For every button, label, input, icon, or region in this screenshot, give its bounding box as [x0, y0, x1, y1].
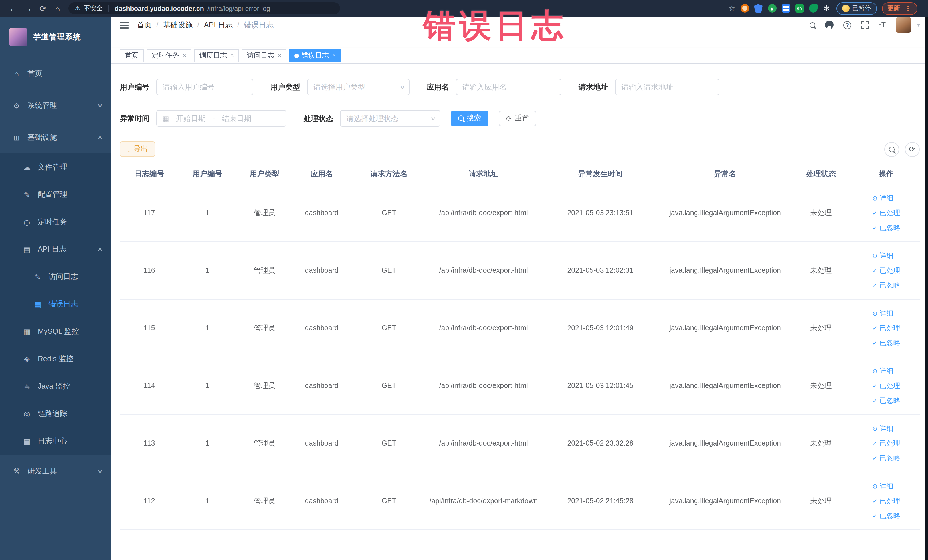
action-detail[interactable]: ⊙详细 [872, 306, 900, 320]
action-ignored[interactable]: ✓已忽略 [872, 336, 900, 350]
check-icon: ✓ [872, 336, 877, 350]
sidebar-item-home[interactable]: ⌂首页 [0, 58, 111, 90]
breadcrumb-item[interactable]: 首页 [137, 20, 152, 30]
cell-user_id: 1 [179, 299, 236, 357]
close-icon[interactable]: × [278, 52, 282, 59]
action-ignored[interactable]: ✓已忽略 [872, 220, 900, 235]
home-icon[interactable]: ⌂ [50, 4, 65, 13]
action-processed[interactable]: ✓已处理 [872, 263, 900, 278]
cell-url: /api/infra/db-doc/export-html [427, 184, 539, 242]
tab-schedule-log[interactable]: 调度日志× [194, 49, 239, 62]
font-size-icon[interactable]: тT [879, 21, 886, 29]
user-id-input[interactable] [156, 79, 253, 95]
export-button[interactable]: ↓ 导出 [120, 142, 155, 157]
kebab-menu-icon[interactable]: ⋮ [905, 4, 911, 12]
action-detail[interactable]: ⊙详细 [872, 421, 900, 436]
toggle-search-button[interactable] [884, 142, 899, 157]
end-date-placeholder: 结束日期 [222, 113, 251, 124]
sidebar-item-config-manage[interactable]: ✎配置管理 [0, 181, 111, 208]
action-ignored[interactable]: ✓已忽略 [872, 451, 900, 465]
exception-time-range-picker[interactable]: ▦ 开始日期 - 结束日期 [156, 110, 286, 127]
chevron-up-icon: ∧ [97, 135, 103, 140]
sidebar-item-java-monitor[interactable]: ☕Java 监控 [0, 372, 111, 400]
action-detail[interactable]: ⊙详细 [872, 363, 900, 378]
cell-user_type: 管理员 [236, 472, 293, 530]
action-processed[interactable]: ✓已处理 [872, 436, 900, 451]
cell-exception: java.lang.IllegalArgumentException [661, 184, 789, 242]
action-processed[interactable]: ✓已处理 [872, 205, 900, 220]
cell-exception: java.lang.IllegalArgumentException [661, 357, 789, 415]
sidebar-item-label: API 日志 [38, 244, 66, 255]
action-ignored[interactable]: ✓已忽略 [872, 393, 900, 408]
refresh-icon[interactable]: ⟳ [35, 4, 50, 13]
action-ignored[interactable]: ✓已忽略 [872, 278, 900, 293]
hamburger-icon[interactable] [120, 20, 129, 30]
search-icon[interactable] [810, 22, 815, 27]
back-icon[interactable]: ← [6, 4, 21, 13]
search-button[interactable]: 搜索 [451, 111, 488, 126]
update-badge[interactable]: 更新 ⋮ [882, 2, 917, 15]
help-icon[interactable]: ? [843, 21, 851, 29]
breadcrumb-item[interactable]: API 日志 [204, 20, 233, 30]
action-label: 已处理 [880, 205, 901, 220]
action-processed[interactable]: ✓已处理 [872, 493, 900, 508]
app-frame: 芋道管理系统 ⌂首页⚙系统管理∨⊞基础设施∧☁文件管理✎配置管理◷定时任务▤AP… [0, 17, 928, 560]
extension-icon-5[interactable]: on [795, 4, 804, 12]
action-detail[interactable]: ⊙详细 [872, 191, 900, 205]
close-icon[interactable]: × [332, 52, 336, 59]
request-url-input[interactable] [615, 79, 719, 95]
forward-icon[interactable]: → [21, 4, 35, 13]
sidebar-item-access-log[interactable]: ✎访问日志 [0, 263, 111, 290]
tab-scheduled-task[interactable]: 定时任务× [147, 49, 191, 62]
extension-icon-7[interactable]: ✻ [823, 4, 831, 12]
cell-method: GET [350, 472, 427, 530]
action-processed[interactable]: ✓已处理 [872, 320, 900, 336]
chevron-down-icon: ∨ [97, 103, 103, 108]
avatar[interactable] [896, 17, 911, 32]
sidebar-item-mysql-monitor[interactable]: ▦MySQL 监控 [0, 318, 111, 345]
user-type-select[interactable]: 请选择用户类型 ∨ [307, 79, 410, 95]
bookmark-star-icon[interactable]: ☆ [729, 4, 735, 12]
tab-home[interactable]: 首页 [120, 49, 144, 62]
sidebar-item-infrastructure[interactable]: ⊞基础设施∧ [0, 122, 111, 154]
sidebar-logo-row[interactable]: 芋道管理系统 [0, 17, 111, 58]
refresh-icon: ⟳ [506, 115, 512, 122]
paused-badge[interactable]: 已暂停 [836, 2, 877, 15]
action-ignored[interactable]: ✓已忽略 [872, 508, 900, 523]
sidebar-item-scheduled-task[interactable]: ◷定时任务 [0, 208, 111, 236]
extension-icon-4[interactable] [781, 4, 790, 12]
sidebar-item-dev-tools[interactable]: ⚒研发工具∨ [0, 455, 111, 487]
github-icon[interactable] [825, 21, 833, 29]
process-status-select[interactable]: 请选择处理状态 ∨ [340, 110, 441, 127]
sidebar-item-log-center[interactable]: ▤日志中心 [0, 427, 111, 455]
tab-error-log[interactable]: 错误日志× [290, 49, 341, 62]
address-bar[interactable]: ⚠ 不安全 dashboard.yudao.iocoder.cn/infra/l… [69, 2, 340, 14]
fullscreen-icon[interactable] [861, 21, 869, 29]
extension-icon-6[interactable] [809, 4, 817, 12]
url-domain: dashboard.yudao.iocoder.cn [114, 5, 204, 12]
action-detail[interactable]: ⊙详细 [872, 248, 900, 263]
sidebar-item-redis-monitor[interactable]: ◈Redis 监控 [0, 345, 111, 372]
extension-icon-1[interactable] [740, 4, 749, 12]
close-icon[interactable]: × [183, 52, 186, 59]
sidebar-item-error-log[interactable]: ▤错误日志 [0, 290, 111, 318]
chevron-down-icon[interactable]: ▾ [917, 22, 920, 28]
extension-icon-2[interactable] [754, 4, 763, 12]
sidebar-item-api-log[interactable]: ▤API 日志∧ [0, 236, 111, 263]
app-name-input[interactable] [456, 79, 562, 95]
reset-button[interactable]: ⟳ 重置 [499, 111, 536, 126]
sidebar-item-trace[interactable]: ◎链路追踪 [0, 400, 111, 427]
action-processed[interactable]: ✓已处理 [872, 378, 900, 393]
tab-access-log[interactable]: 访问日志× [242, 49, 287, 62]
extension-icon-3[interactable]: y [768, 4, 776, 12]
action-detail[interactable]: ⊙详细 [872, 479, 900, 493]
action-label: 已忽略 [880, 278, 901, 293]
scrollbar[interactable] [925, 17, 928, 560]
sidebar-item-file-manage[interactable]: ☁文件管理 [0, 154, 111, 181]
chevron-down-icon: ∨ [97, 468, 103, 474]
sidebar-item-system-manage[interactable]: ⚙系统管理∨ [0, 90, 111, 122]
error-log-table: 日志编号用户编号用户类型应用名请求方法名请求地址异常发生时间异常名处理状态操作 … [120, 164, 919, 530]
breadcrumb-item[interactable]: 基础设施 [163, 20, 192, 30]
refresh-table-button[interactable]: ⟳ [905, 142, 919, 157]
close-icon[interactable]: × [230, 52, 234, 59]
